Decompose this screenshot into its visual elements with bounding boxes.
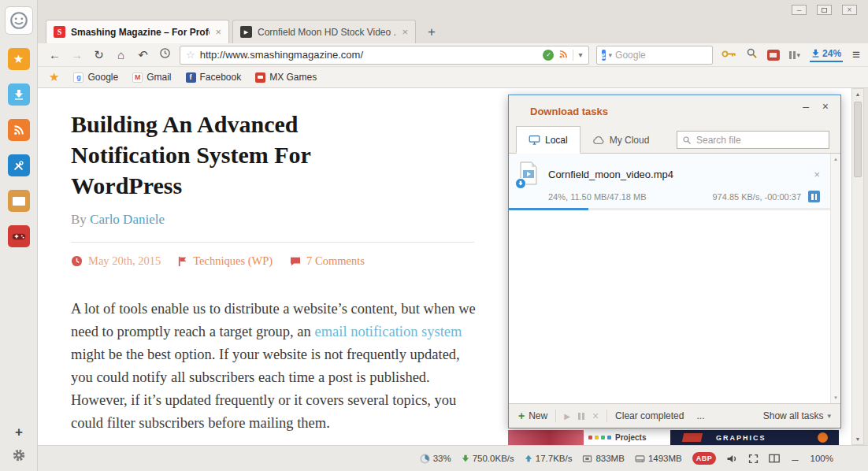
window-controls: – × bbox=[792, 5, 857, 15]
speaker-icon[interactable] bbox=[726, 454, 738, 464]
tab-smashing-magazine[interactable]: S Smashing Magazine – For Profe... × bbox=[46, 20, 229, 43]
bookmark-facebook[interactable]: f Facebook bbox=[186, 72, 242, 83]
upload-speed-label: 17.7KB/s bbox=[536, 454, 573, 463]
tab-close-icon[interactable]: × bbox=[402, 26, 408, 38]
search-engine-dropdown-icon[interactable]: ▾ bbox=[609, 51, 613, 59]
titlebar: S Smashing Magazine – For Profe... × ▶ C… bbox=[38, 0, 868, 43]
maximize-button[interactable] bbox=[817, 5, 832, 15]
memory-total-label: 1493MB bbox=[648, 454, 682, 463]
more-options-button[interactable]: ... bbox=[696, 410, 704, 421]
split-screen-button[interactable]: ▾ bbox=[789, 51, 801, 59]
split-view-icon[interactable] bbox=[769, 454, 780, 463]
bookmark-mx-games[interactable]: MX Games bbox=[255, 72, 317, 83]
status-bar: 33% 750.0KB/s 17.7KB/s 833MB 1493MB ABP … bbox=[38, 445, 868, 471]
memory-chip-icon bbox=[582, 454, 592, 463]
download-progress-button[interactable]: 24% bbox=[810, 48, 843, 62]
url-dropdown-icon[interactable]: ▾ bbox=[578, 50, 582, 59]
up-arrow-icon bbox=[525, 454, 532, 462]
progress-fill bbox=[509, 208, 588, 210]
email-notification-link[interactable]: email notification system bbox=[314, 324, 462, 339]
new-tab-button[interactable]: + bbox=[421, 21, 442, 43]
scrollbar-thumb[interactable] bbox=[854, 102, 862, 177]
projects-ad[interactable]: Projects bbox=[584, 430, 670, 445]
cancel-button[interactable]: × bbox=[592, 410, 599, 422]
zoom-out-button[interactable]: – bbox=[790, 452, 799, 465]
graphics-ad[interactable]: GRAPHICS bbox=[670, 430, 839, 445]
panel-minimize-icon[interactable]: – bbox=[803, 100, 809, 113]
tab-close-icon[interactable]: × bbox=[215, 26, 221, 38]
color-dot-icon bbox=[595, 436, 599, 439]
sidebar-downloads-icon[interactable] bbox=[8, 83, 30, 106]
tab-my-cloud[interactable]: My Cloud bbox=[581, 126, 662, 154]
category-link[interactable]: Techniques (WP) bbox=[193, 254, 273, 268]
divider bbox=[71, 242, 474, 243]
item-pause-button[interactable] bbox=[808, 191, 820, 202]
pause-button[interactable] bbox=[578, 413, 584, 420]
panel-scrollbar[interactable]: ▲ ▼ bbox=[830, 154, 840, 403]
refresh-button[interactable]: ↻ bbox=[91, 48, 106, 62]
browser-window: ★ + S Smashing Maga bbox=[0, 0, 868, 471]
menu-button[interactable]: ≡ bbox=[852, 47, 860, 63]
page-scrollbar[interactable]: ▲ ▼ bbox=[851, 88, 864, 445]
page-status-icon[interactable]: ✓ bbox=[543, 50, 554, 61]
scroll-up-icon[interactable]: ▲ bbox=[852, 91, 863, 97]
download-tasks-panel: Download tasks – × Local My Cloud bbox=[508, 95, 841, 428]
forward-button[interactable]: → bbox=[69, 48, 84, 62]
adblock-badge[interactable]: ABP bbox=[692, 452, 717, 465]
zoom-level[interactable]: 100% bbox=[811, 454, 833, 463]
passkeeper-key-icon[interactable] bbox=[721, 48, 736, 62]
back-button[interactable]: ← bbox=[47, 48, 62, 62]
new-download-button[interactable]: + New bbox=[518, 410, 547, 422]
divider bbox=[606, 410, 607, 422]
sidebar-tools-icon[interactable] bbox=[8, 154, 30, 176]
sidebar-favorites-icon[interactable]: ★ bbox=[8, 48, 30, 70]
maxthon-logo[interactable] bbox=[5, 6, 33, 35]
author-link[interactable]: Carlo Daniele bbox=[90, 212, 165, 227]
tab-local[interactable]: Local bbox=[516, 126, 581, 154]
sidebar-games-icon[interactable] bbox=[8, 225, 30, 247]
fullscreen-icon[interactable] bbox=[748, 454, 759, 464]
bookmark-google[interactable]: g Google bbox=[73, 72, 118, 83]
item-close-icon[interactable]: × bbox=[814, 169, 820, 180]
video-favicon-icon: ▶ bbox=[240, 26, 252, 38]
favorites-star-icon[interactable]: ★ bbox=[49, 70, 59, 84]
url-input[interactable] bbox=[200, 49, 539, 61]
snap-screenshot-icon[interactable] bbox=[767, 50, 780, 61]
download-item[interactable]: Cornfield_moon_video.mp4 × 24%, 11.50 MB… bbox=[509, 154, 840, 210]
panel-search-box[interactable] bbox=[677, 131, 829, 149]
plus-icon: + bbox=[518, 410, 525, 422]
page-ad-strip: Projects GRAPHICS bbox=[508, 430, 839, 445]
magic-fill-search-icon[interactable] bbox=[746, 47, 758, 62]
clear-completed-button[interactable]: Clear completed bbox=[615, 410, 684, 421]
close-button[interactable]: × bbox=[842, 5, 857, 15]
undo-button[interactable]: ↶ bbox=[135, 48, 150, 62]
download-speed-label: 750.0KB/s bbox=[473, 454, 514, 463]
home-button[interactable]: ⌂ bbox=[113, 48, 128, 62]
sidebar-rss-icon[interactable] bbox=[8, 119, 30, 141]
search-box[interactable]: g ▾ bbox=[596, 46, 713, 65]
feed-rss-icon[interactable] bbox=[558, 48, 568, 62]
minimize-button[interactable]: – bbox=[792, 5, 807, 15]
panel-search-input[interactable] bbox=[696, 135, 824, 146]
settings-gear-icon[interactable] bbox=[13, 449, 25, 465]
scroll-down-icon[interactable]: ▼ bbox=[852, 436, 863, 442]
toolbar-actions: ▾ 24% ≡ bbox=[720, 47, 860, 63]
bookmark-gmail[interactable]: M Gmail bbox=[132, 72, 171, 83]
tab-cornfield-video[interactable]: ▶ Cornfield Moon HD Stock Video ... × bbox=[232, 20, 416, 43]
scroll-up-icon[interactable]: ▲ bbox=[831, 157, 840, 161]
panes-icon bbox=[789, 51, 796, 59]
history-button[interactable] bbox=[158, 47, 172, 62]
address-bar[interactable]: ☆ ✓ ▾ bbox=[180, 46, 589, 65]
tab-label: Smashing Magazine – For Profe... bbox=[71, 27, 210, 38]
ad-thumbnail[interactable] bbox=[508, 430, 584, 445]
show-all-tasks-button[interactable]: Show all tasks ▾ bbox=[763, 410, 831, 421]
star-icon: ★ bbox=[13, 52, 24, 66]
panel-close-icon[interactable]: × bbox=[822, 100, 829, 113]
scroll-down-icon[interactable]: ▼ bbox=[831, 395, 840, 400]
comments-link[interactable]: 7 Comments bbox=[306, 254, 365, 268]
sidebar-notes-icon[interactable] bbox=[8, 190, 30, 212]
sidebar-add-button[interactable]: + bbox=[15, 426, 23, 439]
restore-icon bbox=[822, 8, 827, 13]
resume-button[interactable]: ▶ bbox=[564, 412, 570, 421]
article-paragraph: A lot of tools enable us to distribute a… bbox=[71, 298, 484, 435]
